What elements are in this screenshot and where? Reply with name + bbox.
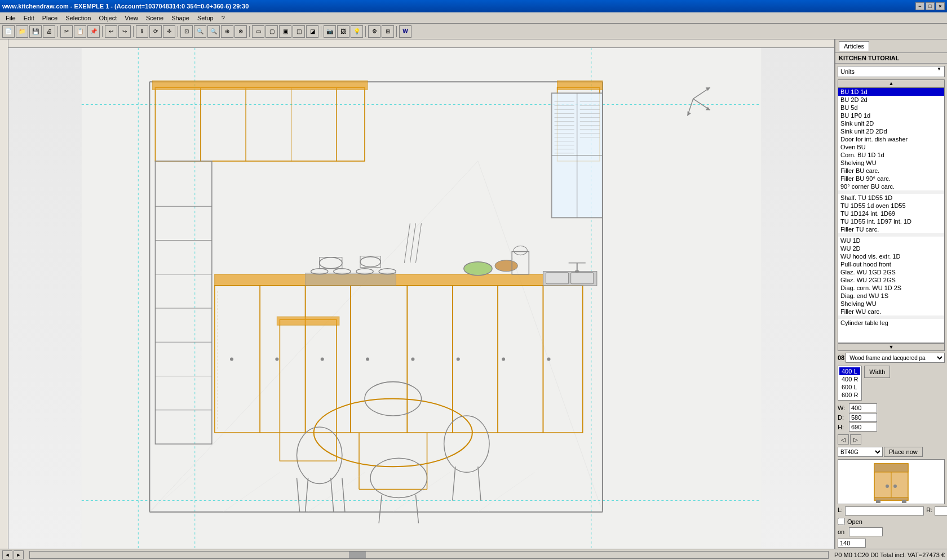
toolbar-paste[interactable]: 📌 <box>87 25 100 38</box>
toolbar-view5[interactable]: ◪ <box>306 25 318 38</box>
article-item-tu1d55int[interactable]: TU 1D55 int. 1D97 int. 1D <box>838 217 944 225</box>
article-item-diagend[interactable]: Diag. end WU 1S <box>838 292 944 300</box>
article-item-shelvingwu2[interactable]: Shelving WU <box>838 300 944 308</box>
toolbar-zoom-in[interactable]: 🔍 <box>194 25 206 38</box>
articles-tab-button[interactable]: Articles <box>839 41 869 51</box>
toolbar-cam[interactable]: 📷 <box>324 25 336 38</box>
size-400R[interactable]: 400 R <box>839 375 860 383</box>
toolbar-undo[interactable]: ↩ <box>105 25 117 38</box>
toolbar-view2[interactable]: ▢ <box>265 25 278 38</box>
toolbar-info[interactable]: ℹ <box>136 25 148 38</box>
on-input[interactable] <box>849 527 883 536</box>
dim-d-input[interactable] <box>849 413 877 422</box>
size-600R[interactable]: 600 R <box>839 391 860 399</box>
toolbar-cut[interactable]: ✂ <box>60 25 73 38</box>
size-400L[interactable]: 400 L <box>839 367 860 375</box>
article-item-fillerwu[interactable]: Filler WU carc. <box>838 308 944 315</box>
lr-r-input[interactable] <box>935 506 947 515</box>
menu-file[interactable]: File <box>2 14 19 23</box>
toolbar-zoom2[interactable]: ⊕ <box>221 25 233 38</box>
article-item-shelvingwu[interactable]: Shelving WU <box>838 159 944 167</box>
toolbar-new[interactable]: 📄 <box>2 25 15 38</box>
article-item-bu5d[interactable]: BU 5d <box>838 104 944 112</box>
material-dropdown[interactable]: Wood frame and lacquered pa <box>846 353 945 363</box>
article-item-90corner[interactable]: 90° corner BU carc. <box>838 183 944 190</box>
close-button[interactable]: × <box>936 2 945 10</box>
lr-l-input[interactable] <box>845 506 924 515</box>
units-dropdown[interactable]: Units <box>838 66 945 77</box>
article-item-sinkunit2d2d[interactable]: Sink unit 2D 2Dd <box>838 127 944 135</box>
menu-selection[interactable]: Selection <box>62 14 94 23</box>
article-item-ovenbu[interactable]: Oven BU <box>838 143 944 151</box>
nav-right[interactable]: ► <box>14 550 24 559</box>
canvas-content[interactable] <box>8 48 834 549</box>
article-item-fillertu[interactable]: Filler TU carc. <box>838 225 944 233</box>
article-item-bu2d2d[interactable]: BU 2D 2d <box>838 96 944 104</box>
action-btn-2[interactable]: ▷ <box>850 434 861 445</box>
toolbar-rotate[interactable]: ⟳ <box>149 25 162 38</box>
article-item-glazwu2gd[interactable]: Glaz. WU 2GD 2GS <box>838 276 944 284</box>
menu-help[interactable]: ? <box>218 14 228 23</box>
article-item-cylindertable[interactable]: Cylinder table leg <box>838 319 944 327</box>
toolbar-move[interactable]: ✛ <box>163 25 175 38</box>
article-item-fillerbu90[interactable]: Filler BU 90° carc. <box>838 175 944 183</box>
article-item-cornbu[interactable]: Corn. BU 1D 1d <box>838 151 944 159</box>
size-600L[interactable]: 600 L <box>839 383 860 391</box>
toolbar-print[interactable]: 🖨 <box>43 25 55 38</box>
open-checkbox[interactable] <box>838 518 845 525</box>
article-item-pullout[interactable]: Pull-out hood front <box>838 260 944 268</box>
toolbar-w[interactable]: W <box>399 25 411 38</box>
list-scroll-up[interactable]: ▲ <box>838 79 945 87</box>
size-list[interactable]: 400 L 400 R 600 L 600 R <box>838 366 862 401</box>
menu-shape[interactable]: Shape <box>168 14 193 23</box>
maximize-button[interactable]: □ <box>926 2 935 10</box>
place-now-button[interactable]: Place now <box>884 447 923 457</box>
toolbar-view1[interactable]: ▭ <box>252 25 264 38</box>
horizontal-scrollbar[interactable] <box>29 551 829 559</box>
menu-edit[interactable]: Edit <box>20 14 38 23</box>
toolbar-zoom-fit[interactable]: ⊡ <box>180 25 193 38</box>
article-item-doorint[interactable]: Door for int. dish washer <box>838 135 944 143</box>
mat-code-dropdown[interactable]: BT40G <box>838 447 883 457</box>
article-item-bu1d1d[interactable]: BU 1D 1d <box>838 88 944 96</box>
article-item-wuhood[interactable]: WU hood vis. extr. 1D <box>838 252 944 260</box>
toolbar-view3[interactable]: ▣ <box>279 25 291 38</box>
toolbar-zoom-out[interactable]: 🔍 <box>207 25 220 38</box>
article-item-glazwu1gd[interactable]: Glaz. WU 1GD 2GS <box>838 268 944 276</box>
minimize-button[interactable]: − <box>915 2 924 10</box>
toolbar-copy[interactable]: 📋 <box>74 25 86 38</box>
action-btn-1[interactable]: ◁ <box>838 434 849 445</box>
menu-object[interactable]: Object <box>96 14 121 23</box>
canvas-area[interactable] <box>8 39 834 549</box>
menu-view[interactable]: View <box>121 14 141 23</box>
dim-h-input[interactable] <box>849 423 877 432</box>
articles-list[interactable]: BU 1D 1d BU 2D 2d BU 5d BU 1P0 1d Sink u… <box>838 87 945 343</box>
article-item-fillerbu[interactable]: Filler BU carc. <box>838 167 944 175</box>
list-scroll-down[interactable]: ▼ <box>838 343 945 351</box>
article-item-shalf[interactable]: Shalf. TU 1D55 1D <box>838 194 944 202</box>
toolbar-render[interactable]: 🖼 <box>337 25 349 38</box>
article-item-wu1d[interactable]: WU 1D <box>838 237 944 245</box>
num-input[interactable] <box>838 539 866 548</box>
article-item-wu2d[interactable]: WU 2D <box>838 245 944 252</box>
nav-left[interactable]: ◄ <box>2 550 12 559</box>
toolbar-light[interactable]: 💡 <box>351 25 363 38</box>
article-item-tu1d55oven[interactable]: TU 1D55 1d oven 1D55 <box>838 202 944 210</box>
toolbar-redo[interactable]: ↪ <box>118 25 131 38</box>
width-button[interactable]: Width <box>864 366 890 378</box>
toolbar-view4[interactable]: ◫ <box>293 25 305 38</box>
menu-place[interactable]: Place <box>39 14 61 23</box>
menu-setup[interactable]: Setup <box>194 14 217 23</box>
toolbar-extra1[interactable]: ⚙ <box>368 25 380 38</box>
menu-scene[interactable]: Scene <box>143 14 167 23</box>
dim-w-input[interactable] <box>849 403 877 412</box>
toolbar-save[interactable]: 💾 <box>29 25 42 38</box>
article-item-tu1d124[interactable]: TU 1D124 int. 1D69 <box>838 210 944 217</box>
toolbar-extra2[interactable]: ⊞ <box>382 25 394 38</box>
article-item-diagcorn[interactable]: Diag. corn. WU 1D 2S <box>838 284 944 292</box>
article-item-bu1p0[interactable]: BU 1P0 1d <box>838 112 944 119</box>
toolbar-open[interactable]: 📁 <box>16 25 28 38</box>
scrollbar-thumb[interactable] <box>349 552 366 558</box>
toolbar-zoom3[interactable]: ⊗ <box>234 25 247 38</box>
article-item-sinkunit2d[interactable]: Sink unit 2D <box>838 119 944 127</box>
